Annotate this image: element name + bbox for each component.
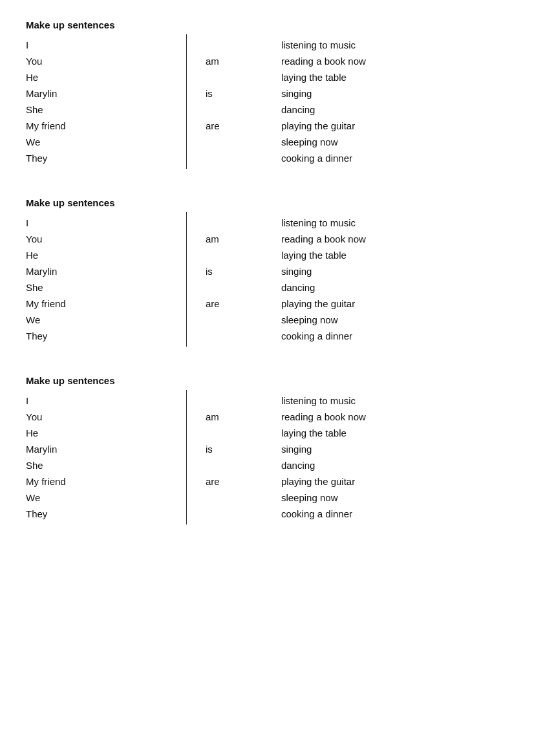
table-row: Helaying the table bbox=[26, 247, 508, 263]
activity-cell: listening to music bbox=[281, 393, 508, 409]
activity-cell: reading a book now bbox=[281, 53, 508, 69]
table-row: Youamreading a book now bbox=[26, 231, 508, 247]
activity-cell: playing the guitar bbox=[281, 118, 508, 134]
divider-cell bbox=[177, 279, 206, 296]
activity-cell: laying the table bbox=[281, 425, 508, 441]
verb-cell bbox=[206, 425, 281, 441]
table-row: Helaying the table bbox=[26, 425, 508, 441]
activity-cell: cooking a dinner bbox=[281, 150, 508, 166]
verb-cell bbox=[206, 150, 281, 166]
subject-cell: Marylin bbox=[26, 263, 177, 279]
subject-cell: I bbox=[26, 37, 177, 53]
table-row: Shedancing bbox=[26, 102, 508, 118]
divider-cell bbox=[177, 85, 206, 102]
divider-cell bbox=[177, 247, 206, 263]
subject-cell: We bbox=[26, 134, 177, 150]
subject-cell: He bbox=[26, 247, 177, 263]
divider-cell bbox=[177, 312, 206, 328]
verb-cell: is bbox=[206, 263, 281, 279]
verb-cell: am bbox=[206, 53, 281, 69]
subject-cell: You bbox=[26, 231, 177, 247]
table-row: My friendareplaying the guitar bbox=[26, 296, 508, 312]
activity-cell: laying the table bbox=[281, 69, 508, 85]
subject-cell: Marylin bbox=[26, 85, 177, 102]
table-row: Shedancing bbox=[26, 457, 508, 473]
table-row: Helaying the table bbox=[26, 69, 508, 85]
verb-cell bbox=[206, 393, 281, 409]
section-title-1: Make up sentences bbox=[26, 19, 508, 30]
verb-cell bbox=[206, 37, 281, 53]
divider-cell bbox=[177, 134, 206, 150]
table-row: Theycooking a dinner bbox=[26, 150, 508, 166]
divider-cell bbox=[177, 393, 206, 409]
divider-cell bbox=[177, 506, 206, 522]
activity-cell: cooking a dinner bbox=[281, 328, 508, 344]
table-row: My friendareplaying the guitar bbox=[26, 118, 508, 134]
verb-cell bbox=[206, 69, 281, 85]
subject-cell: She bbox=[26, 279, 177, 296]
verb-cell bbox=[206, 279, 281, 296]
subject-cell: My friend bbox=[26, 118, 177, 134]
verb-cell bbox=[206, 506, 281, 522]
activity-cell: dancing bbox=[281, 102, 508, 118]
activity-cell: sleeping now bbox=[281, 312, 508, 328]
subject-cell: You bbox=[26, 53, 177, 69]
activity-cell: listening to music bbox=[281, 37, 508, 53]
verb-cell bbox=[206, 134, 281, 150]
verb-cell bbox=[206, 328, 281, 344]
subject-cell: He bbox=[26, 425, 177, 441]
divider-cell bbox=[177, 409, 206, 425]
table-row: My friendareplaying the guitar bbox=[26, 473, 508, 490]
activity-cell: cooking a dinner bbox=[281, 506, 508, 522]
table-row: Theycooking a dinner bbox=[26, 328, 508, 344]
subject-cell: My friend bbox=[26, 296, 177, 312]
table-row: Ilistening to music bbox=[26, 37, 508, 53]
verb-cell: are bbox=[206, 118, 281, 134]
subject-cell: We bbox=[26, 312, 177, 328]
table-row: Marylinissinging bbox=[26, 441, 508, 457]
subject-cell: She bbox=[26, 102, 177, 118]
table-row: Wesleeping now bbox=[26, 490, 508, 506]
divider-cell bbox=[177, 37, 206, 53]
subject-cell: We bbox=[26, 490, 177, 506]
activity-cell: reading a book now bbox=[281, 231, 508, 247]
verb-cell: is bbox=[206, 441, 281, 457]
activity-cell: listening to music bbox=[281, 215, 508, 231]
verb-cell: am bbox=[206, 231, 281, 247]
table-row: Theycooking a dinner bbox=[26, 506, 508, 522]
table-row: Youamreading a book now bbox=[26, 409, 508, 425]
activity-cell: laying the table bbox=[281, 247, 508, 263]
verb-cell bbox=[206, 247, 281, 263]
subject-cell: They bbox=[26, 506, 177, 522]
activity-cell: sleeping now bbox=[281, 490, 508, 506]
verb-cell bbox=[206, 102, 281, 118]
section-title-3: Make up sentences bbox=[26, 375, 508, 386]
verb-cell bbox=[206, 215, 281, 231]
divider-cell bbox=[177, 441, 206, 457]
section-3: Make up sentencesIlistening to musicYoua… bbox=[26, 375, 508, 522]
verb-cell bbox=[206, 457, 281, 473]
divider-cell bbox=[177, 118, 206, 134]
subject-cell: I bbox=[26, 393, 177, 409]
section-1: Make up sentencesIlistening to musicYoua… bbox=[26, 19, 508, 166]
table-row: Ilistening to music bbox=[26, 215, 508, 231]
subject-cell: I bbox=[26, 215, 177, 231]
divider-cell bbox=[177, 425, 206, 441]
table-row: Wesleeping now bbox=[26, 134, 508, 150]
activity-cell: reading a book now bbox=[281, 409, 508, 425]
table-row: Marylinissinging bbox=[26, 85, 508, 102]
divider-cell bbox=[177, 473, 206, 490]
table-row: Wesleeping now bbox=[26, 312, 508, 328]
divider-cell bbox=[177, 490, 206, 506]
activity-cell: dancing bbox=[281, 279, 508, 296]
divider-cell bbox=[177, 296, 206, 312]
activity-cell: dancing bbox=[281, 457, 508, 473]
subject-cell: They bbox=[26, 150, 177, 166]
activity-cell: playing the guitar bbox=[281, 296, 508, 312]
subject-cell: You bbox=[26, 409, 177, 425]
subject-cell: She bbox=[26, 457, 177, 473]
divider-cell bbox=[177, 457, 206, 473]
activity-cell: playing the guitar bbox=[281, 473, 508, 490]
subject-cell: Marylin bbox=[26, 441, 177, 457]
table-row: Youamreading a book now bbox=[26, 53, 508, 69]
